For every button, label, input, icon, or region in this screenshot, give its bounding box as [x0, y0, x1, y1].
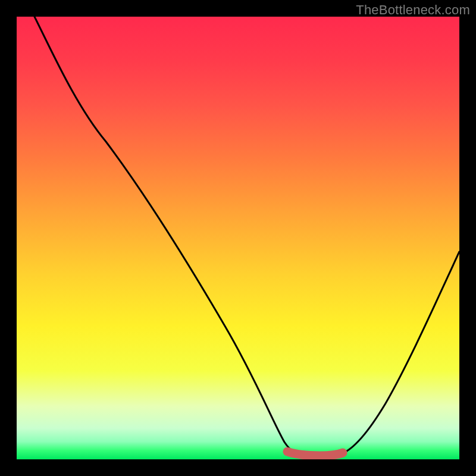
bottleneck-curve-line	[35, 17, 459, 456]
optimal-zone-marker	[287, 452, 343, 456]
chart-plot-area	[17, 17, 459, 459]
chart-svg	[17, 17, 459, 459]
chart-frame: TheBottleneck.com	[0, 0, 476, 476]
watermark-text: TheBottleneck.com	[356, 2, 470, 18]
